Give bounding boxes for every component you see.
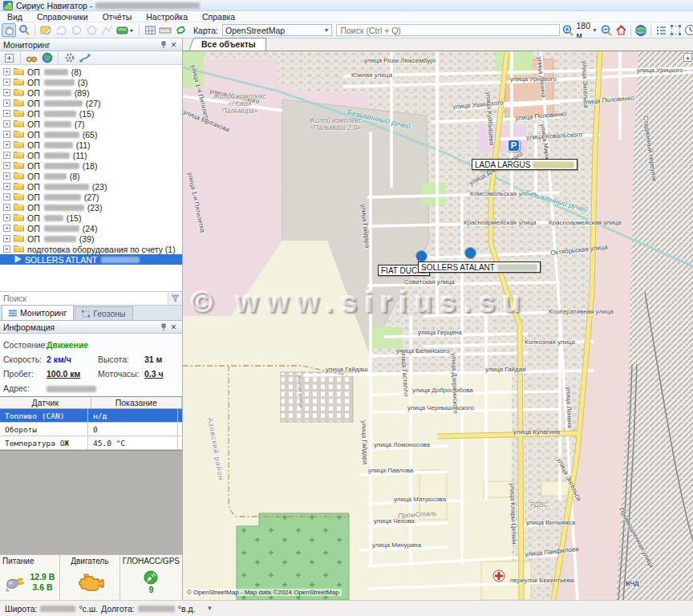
tree-item-group[interactable]: +ОП(3)	[0, 77, 182, 87]
expand-icon[interactable]: +	[3, 162, 10, 169]
pin-icon[interactable]	[158, 322, 168, 332]
find-on-map-button[interactable]	[25, 52, 38, 64]
expand-icon[interactable]: +	[3, 68, 10, 75]
menu-item-справка[interactable]: Справка	[195, 12, 242, 22]
history-button[interactable]	[683, 23, 693, 37]
tree-item-group[interactable]: +ОП(23)	[0, 202, 182, 213]
refresh-button[interactable]	[173, 23, 188, 37]
layers-button[interactable]	[115, 23, 136, 37]
tree-item-group[interactable]: +ОП(11)	[0, 150, 182, 160]
expand-icon[interactable]: +	[3, 214, 10, 221]
map-canvas[interactable]: Южная улицаулица Урицкогоулица Урицкогоу…	[183, 51, 693, 600]
expand-icon[interactable]: +	[3, 99, 10, 107]
polyline-tool-button[interactable]	[99, 23, 114, 37]
tree-item-group[interactable]: +ОП(15)	[0, 213, 182, 223]
menu-item-вид[interactable]: Вид	[0, 12, 30, 22]
pin-icon[interactable]	[158, 40, 168, 50]
home-button[interactable]	[614, 23, 628, 37]
tree-item-group[interactable]: +ОП(8)	[0, 67, 182, 77]
map-tab-all-objects[interactable]: Все объекты	[194, 38, 266, 51]
menu-item-справочники[interactable]: Справочники	[30, 12, 95, 22]
pan-tool-button[interactable]	[2, 23, 16, 37]
expand-icon[interactable]: +	[3, 225, 10, 232]
mileage-value[interactable]: 100.0 км	[47, 369, 98, 379]
expand-all-button[interactable]	[2, 52, 16, 64]
menu-item-настройка[interactable]: Настройка	[139, 12, 195, 22]
sensor-row[interactable]: Топливо (CAN)н/д	[0, 409, 182, 423]
settings-button[interactable]	[63, 52, 76, 64]
expand-icon[interactable]: +	[3, 79, 10, 86]
tab-geozones[interactable]: Геозоны	[75, 306, 132, 320]
globe-button[interactable]	[634, 23, 648, 37]
expand-icon[interactable]: +	[3, 110, 10, 117]
map-label: улица Урицкого	[637, 67, 683, 74]
polygon-tool-button[interactable]	[84, 23, 99, 37]
tab-monitoring[interactable]: Мониторинг	[2, 305, 74, 320]
vehicle-status-icon	[14, 255, 22, 263]
tree-search-input[interactable]	[0, 292, 168, 305]
expand-icon[interactable]: +	[3, 152, 10, 159]
vehicle-map-label[interactable]: SOLLERS ATALANT	[418, 261, 541, 273]
monitoring-panel-title: Мониторинг	[3, 40, 50, 50]
global-search-input[interactable]	[336, 24, 559, 36]
expand-icon[interactable]: +	[3, 131, 10, 138]
select-area-button[interactable]	[668, 23, 683, 37]
tree-item-group[interactable]: +ОП(11)	[0, 140, 182, 150]
search-filter-icon[interactable]	[168, 292, 182, 305]
track-button[interactable]	[78, 52, 91, 64]
grid-button[interactable]	[143, 23, 157, 37]
sensor-row[interactable]: Температура ОЖ45.0 °C	[0, 436, 182, 450]
circle-tool-button[interactable]	[69, 23, 83, 37]
zoom-in-button[interactable]	[561, 23, 575, 37]
expand-icon[interactable]: +	[3, 204, 10, 211]
tree-item-group[interactable]: +ОП(27)	[0, 192, 182, 202]
hours-value[interactable]: 0.3 ч	[144, 369, 179, 379]
tree-item-selected-vehicle[interactable]: SOLLERS ATLANT	[0, 254, 182, 265]
rotate-tool-button[interactable]	[54, 23, 68, 37]
vehicle-position-marker[interactable]	[465, 248, 476, 258]
expand-icon[interactable]: +	[3, 245, 10, 253]
tree-item-group[interactable]: +ОП(18)	[0, 160, 182, 171]
sensor-row[interactable]: Обороты0	[0, 423, 182, 436]
watermark: © www.sirius.su	[191, 286, 528, 319]
value-column-header[interactable]: Показание	[91, 397, 183, 408]
tree-item-group[interactable]: +подготовка оборудования по счету (1)	[0, 244, 182, 254]
tree-item-group[interactable]: +ОП(27)	[0, 98, 182, 108]
edit-tool-button[interactable]	[38, 23, 53, 37]
vehicle-name-redacted	[101, 257, 140, 263]
clock-icon	[684, 24, 693, 36]
parking-marker-icon[interactable]: P	[508, 140, 520, 152]
tree-item-group[interactable]: +ОП(23)	[0, 181, 182, 192]
show-on-map-button[interactable]	[40, 52, 54, 64]
zoom-tool-button[interactable]	[17, 23, 31, 37]
expand-icon[interactable]: +	[3, 235, 10, 242]
expand-icon[interactable]: +	[3, 89, 10, 96]
sensor-column-header[interactable]: Датчик	[0, 397, 91, 408]
tree-item-group[interactable]: +ОП(89)	[0, 87, 182, 98]
map-scale-control[interactable]: 180 м ▼	[575, 22, 599, 38]
ruler-button[interactable]	[158, 23, 172, 37]
refresh-icon	[175, 24, 187, 36]
map-scroll-up-button[interactable]: ▲	[683, 53, 692, 62]
longitude-label: Долгота:	[101, 604, 135, 614]
zoom-out-button[interactable]	[599, 23, 614, 37]
tree-item-group[interactable]: +ОП(24)	[0, 223, 182, 233]
expand-icon[interactable]: +	[3, 193, 10, 201]
tree-item-group[interactable]: +ОП(8)	[0, 171, 182, 181]
vehicle-map-label[interactable]: LADA LARGUS	[472, 159, 578, 170]
expand-icon[interactable]: +	[3, 141, 10, 148]
map-provider-select[interactable]: OpenStreetMap ▼	[222, 24, 332, 36]
menu-item-отчёты[interactable]: Отчёты	[95, 12, 140, 22]
tree-item-group[interactable]: +ОП(15)	[0, 108, 182, 119]
expand-icon[interactable]: +	[3, 172, 10, 180]
tree-item-group[interactable]: +ОП(7)	[0, 119, 182, 129]
vehicle-position-marker[interactable]	[416, 251, 427, 261]
chevron-down-icon[interactable]: ▼	[206, 605, 213, 612]
close-icon[interactable]: ✕	[168, 322, 179, 332]
expand-icon[interactable]: +	[3, 183, 10, 190]
tree-item-group[interactable]: +ОП(65)	[0, 129, 182, 140]
object-list-button[interactable]	[654, 23, 668, 37]
tree-item-group[interactable]: +ОП(39)	[0, 233, 182, 244]
close-icon[interactable]: ✕	[168, 40, 179, 50]
expand-icon[interactable]: +	[3, 120, 10, 128]
